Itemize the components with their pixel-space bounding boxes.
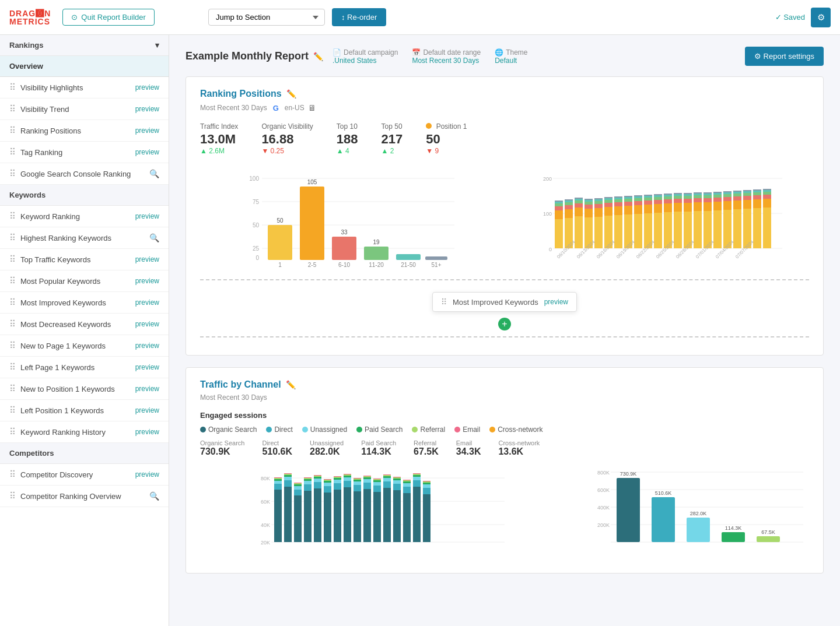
svg-text:400K: 400K	[597, 505, 610, 511]
svg-rect-208	[314, 477, 321, 479]
sidebar-preview-link[interactable]: preview	[135, 83, 159, 92]
search-icon[interactable]: 🔍	[149, 169, 159, 178]
svg-rect-137	[723, 192, 732, 194]
sidebar-item-left-page1[interactable]: ⠿ Left Page 1 Keywords preview	[0, 357, 169, 378]
svg-rect-56	[594, 208, 603, 217]
search-icon[interactable]: 🔍	[149, 233, 159, 242]
svg-text:2-5: 2-5	[308, 262, 317, 268]
sidebar-preview-link[interactable]: preview	[135, 126, 159, 135]
edit-traffic-icon[interactable]: ✏️	[286, 380, 296, 389]
drag-icon: ⠿	[9, 469, 16, 480]
sidebar-preview-link[interactable]: preview	[135, 385, 159, 393]
svg-rect-135	[723, 197, 732, 201]
sidebar-item-keyword-ranking-history[interactable]: ⠿ Keyword Ranking History preview	[0, 421, 169, 443]
svg-rect-156	[753, 189, 761, 191]
sidebar-preview-link[interactable]: preview	[135, 428, 159, 436]
svg-rect-222	[334, 476, 341, 477]
svg-rect-229	[354, 491, 361, 542]
svg-rect-272	[423, 488, 430, 494]
traffic-subtitle: Most Recent 30 Days	[200, 393, 809, 402]
sidebar-item-google-search-console[interactable]: ⠿ Google Search Console Ranking 🔍	[0, 163, 169, 185]
svg-rect-96	[654, 194, 662, 195]
svg-rect-182	[274, 484, 282, 490]
svg-rect-238	[363, 477, 371, 479]
sidebar-section-rankings: Rankings ▾	[0, 35, 169, 56]
svg-rect-237	[363, 479, 371, 483]
reorder-button[interactable]: ↕ Re-order	[332, 8, 386, 26]
svg-rect-150	[743, 190, 751, 191]
add-section-button[interactable]: +	[498, 318, 511, 330]
sidebar-item-competitor-discovery[interactable]: ⠿ Competitor Discovery preview	[0, 464, 169, 486]
meta-campaign-sub[interactable]: .United States	[332, 57, 398, 65]
sidebar-preview-link[interactable]: preview	[135, 105, 159, 113]
svg-rect-159	[763, 195, 771, 199]
sidebar-item-new-to-position1[interactable]: ⠿ New to Position 1 Keywords preview	[0, 378, 169, 400]
logo-line2: METRICS	[9, 17, 51, 26]
svg-rect-114	[684, 193, 692, 194]
svg-text:75: 75	[253, 199, 260, 205]
sidebar-section-keywords-label: Keywords	[9, 191, 46, 199]
svg-rect-62	[604, 207, 612, 216]
sidebar-item-most-popular[interactable]: ⠿ Most Popular Keywords preview	[0, 270, 169, 292]
svg-rect-115	[694, 211, 702, 248]
meta-date-value[interactable]: Most Recent 30 Days	[412, 57, 481, 65]
edit-title-icon[interactable]: ✏️	[313, 52, 323, 61]
sidebar-item-keyword-ranking[interactable]: ⠿ Keyword Ranking preview	[0, 206, 169, 227]
sidebar-preview-link[interactable]: preview	[135, 342, 159, 350]
sidebar-preview-link[interactable]: preview	[135, 406, 159, 414]
svg-rect-288	[652, 497, 675, 542]
sidebar-preview-link[interactable]: preview	[135, 255, 159, 263]
svg-rect-243	[373, 482, 381, 486]
engaged-sessions-label: Engaged sessions	[200, 411, 809, 420]
sidebar-item-most-improved[interactable]: ⠿ Most Improved Keywords preview	[0, 292, 169, 314]
sidebar-item-highest-ranking[interactable]: ⠿ Highest Ranking Keywords 🔍	[0, 227, 169, 249]
sidebar-item-top-traffic[interactable]: ⠿ Top Traffic Keywords preview	[0, 249, 169, 270]
sidebar-preview-link[interactable]: preview	[135, 298, 159, 307]
drag-tooltip-preview[interactable]: preview	[544, 298, 568, 306]
sidebar-preview-link[interactable]: preview	[135, 470, 159, 479]
settings-gear-button[interactable]: ⚙	[811, 8, 831, 27]
jump-to-section-select[interactable]: Jump to Section	[208, 9, 325, 26]
sidebar-item-new-to-page1[interactable]: ⠿ New to Page 1 Keywords preview	[0, 335, 169, 357]
legend-dot-paid	[356, 427, 362, 432]
svg-rect-138	[723, 191, 732, 192]
svg-rect-181	[274, 490, 282, 542]
stat-position1: Position 1 50 ▼ 9	[426, 122, 467, 155]
sidebar-item-ranking-positions[interactable]: ⠿ Ranking Positions preview	[0, 120, 169, 142]
sidebar-preview-link[interactable]: preview	[135, 363, 159, 371]
sidebar-item-left-position1[interactable]: ⠿ Left Position 1 Keywords preview	[0, 400, 169, 421]
sidebar-item-label: Most Decreased Keywords	[20, 320, 131, 329]
sidebar-item-visibility-trend[interactable]: ⠿ Visibility Trend preview	[0, 99, 169, 120]
meta-theme-value[interactable]: Default	[495, 57, 527, 65]
sidebar-item-visibility-highlights[interactable]: ⠿ Visibility Highlights preview	[0, 77, 169, 99]
svg-rect-81	[634, 201, 642, 205]
svg-text:114.3K: 114.3K	[725, 525, 742, 531]
svg-rect-12	[300, 187, 324, 260]
sidebar-item-overview[interactable]: Overview	[0, 56, 169, 77]
svg-rect-42	[565, 199, 573, 201]
svg-rect-221	[334, 477, 341, 478]
stat-top10: Top 10 188 ▲ 4	[337, 122, 358, 155]
edit-section-icon[interactable]: ✏️	[286, 89, 296, 99]
svg-rect-54	[584, 199, 593, 200]
sidebar-item-most-decreased[interactable]: ⠿ Most Decreased Keywords preview	[0, 314, 169, 335]
svg-rect-113	[684, 194, 692, 196]
sidebar-preview-link[interactable]: preview	[135, 148, 159, 156]
quit-report-builder-button[interactable]: ⊙ Quit Report Builder	[62, 9, 155, 26]
svg-rect-201	[304, 481, 312, 484]
sidebar-item-competitor-ranking[interactable]: ⠿ Competitor Ranking Overview 🔍	[0, 486, 169, 507]
svg-rect-148	[743, 193, 751, 196]
svg-rect-126	[704, 192, 712, 194]
sidebar-item-label: Most Popular Keywords	[20, 277, 131, 286]
report-settings-button[interactable]: ⚙ Report settings	[745, 47, 824, 66]
sidebar-preview-link[interactable]: preview	[135, 212, 159, 220]
sidebar-preview-link[interactable]: preview	[135, 320, 159, 328]
sidebar-item-label: Most Improved Keywords	[20, 298, 131, 307]
svg-rect-191	[284, 474, 292, 475]
sidebar-preview-link[interactable]: preview	[135, 277, 159, 285]
sidebar-item-tag-ranking[interactable]: ⠿ Tag Ranking preview	[0, 142, 169, 163]
report-meta: 📄 Default campaign .United States 📅 Defa…	[332, 48, 528, 65]
search-icon[interactable]: 🔍	[149, 491, 159, 501]
sidebar-section-collapse-icon[interactable]: ▾	[155, 41, 159, 50]
svg-rect-149	[743, 191, 751, 193]
